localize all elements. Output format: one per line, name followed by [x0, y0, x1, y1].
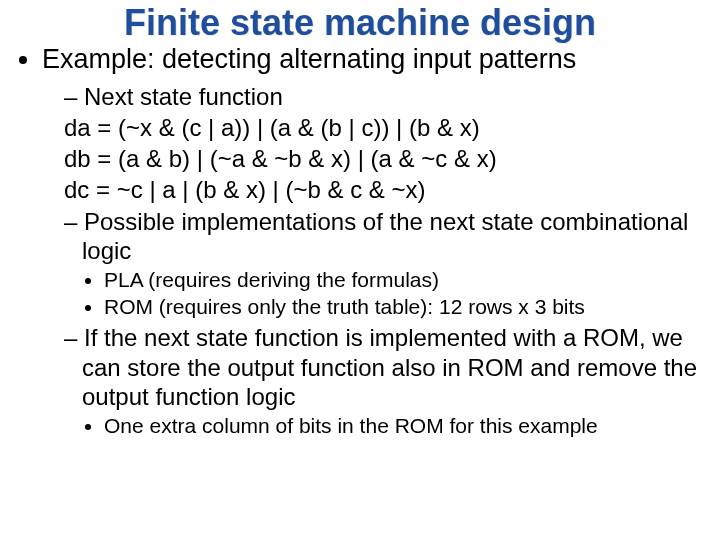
- equation-dc: dc = ~c | a | (b & x) | (~b & c & ~x): [64, 175, 700, 204]
- bullet-example: Example: detecting alternating input pat…: [42, 44, 700, 439]
- bullet-example-text: Example: detecting alternating input pat…: [42, 44, 576, 74]
- slide-title: Finite state machine design: [20, 4, 700, 42]
- sub-rom-note: If the next state function is implemente…: [64, 323, 700, 411]
- equation-db: db = (a & b) | (~a & ~b & x) | (a & ~c &…: [64, 144, 700, 173]
- sub-next-state-fn: Next state function: [64, 82, 700, 111]
- equation-da: da = (~x & (c | a)) | (a & (b | c)) | (b…: [64, 113, 700, 142]
- bullet-list-level1: Example: detecting alternating input pat…: [20, 44, 700, 439]
- rom-extra-column: One extra column of bits in the ROM for …: [104, 413, 700, 439]
- rom-note-list: One extra column of bits in the ROM for …: [64, 413, 700, 439]
- sublist-level2: Next state function da = (~x & (c | a)) …: [42, 82, 700, 439]
- impl-list: PLA (requires deriving the formulas) ROM…: [64, 267, 700, 319]
- sub-possible-impl: Possible implementations of the next sta…: [64, 207, 700, 266]
- impl-pla: PLA (requires deriving the formulas): [104, 267, 700, 293]
- slide: Finite state machine design Example: det…: [0, 0, 720, 540]
- impl-rom: ROM (requires only the truth table): 12 …: [104, 294, 700, 320]
